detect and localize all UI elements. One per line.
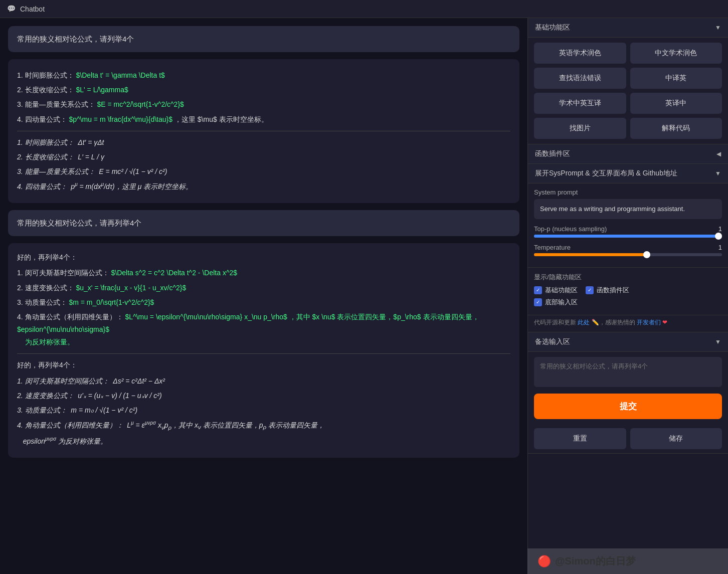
plugin-section-title: 函数插件区	[535, 149, 570, 158]
btn-zh-to-en[interactable]: 中译英	[630, 68, 722, 89]
alt-input-textarea[interactable]	[534, 357, 722, 387]
right-panel: 基础功能区 ▼ 英语学术润色 中文学术润色 查找语法错误 中译英 学术中英互译 …	[527, 18, 728, 574]
checkbox-basic[interactable]: ✓ 基础功能区	[534, 286, 578, 295]
top-p-track[interactable]	[534, 235, 722, 238]
temperature-fill	[534, 253, 647, 256]
watermark: 🔴 @Simon的白日梦	[527, 548, 728, 574]
top-bar-title: Chatbot	[20, 5, 45, 13]
system-prompt-label: System prompt	[534, 188, 722, 196]
watermark-text: @Simon的白日梦	[555, 554, 636, 568]
basic-section-title: 基础功能区	[535, 23, 570, 32]
temperature-track[interactable]	[534, 253, 722, 256]
source-text-before: 代码开源和更新	[534, 319, 576, 326]
top-p-label: Top-p (nucleus sampling)	[534, 225, 607, 233]
btn-find-image[interactable]: 找图片	[534, 118, 626, 139]
reset-button[interactable]: 重置	[534, 428, 626, 449]
alt-input-section: 备选输入区 ▼ 提交 重置 储存	[528, 332, 728, 454]
checkbox-plugin-box: ✓	[586, 286, 594, 294]
alt-input-title: 备选输入区	[535, 337, 570, 346]
checkbox-basic-box: ✓	[534, 286, 542, 294]
submit-button[interactable]: 提交	[534, 394, 722, 419]
temperature-thumb[interactable]	[643, 251, 650, 258]
sysprompt-section-header[interactable]: 展开SysPrompt & 交互界面布局 & Github地址 ▼	[528, 164, 728, 183]
chatbot-icon: 💬	[7, 5, 16, 14]
weibo-icon: 🔴	[537, 555, 551, 568]
btn-explain-code[interactable]: 解释代码	[630, 118, 722, 139]
source-text-after: ✏️，感谢热情的	[592, 319, 635, 326]
basic-section-header[interactable]: 基础功能区 ▼	[528, 18, 728, 38]
heart-icon: ❤	[662, 319, 667, 326]
top-p-fill	[534, 235, 722, 238]
visibility-title: 显示/隐藏功能区	[534, 273, 722, 282]
checkbox-bottom-input[interactable]: ✓ 底部输入区	[534, 298, 578, 307]
basic-functions-grid: 英语学术润色 中文学术润色 查找语法错误 中译英 学术中英互译 英译中 找图片 …	[528, 38, 728, 144]
source-link[interactable]: 此处	[578, 319, 590, 326]
btn-en-to-zh[interactable]: 英译中	[630, 93, 722, 114]
temperature-slider-group: Temperature 1	[534, 244, 722, 256]
plugin-section-header[interactable]: 函数插件区 ◀	[528, 144, 728, 164]
main-layout: 常用的狭义相对论公式，请列举4个 1. 时间膨胀公式： $\Delta t' =…	[0, 18, 728, 574]
btn-chinese-polish[interactable]: 中文学术润色	[630, 43, 722, 64]
user-message-1: 常用的狭义相对论公式，请列举4个	[8, 26, 519, 52]
btn-grammar-check[interactable]: 查找语法错误	[534, 68, 626, 89]
top-bar: 💬 Chatbot	[0, 0, 728, 18]
top-p-slider-group: Top-p (nucleus sampling) 1	[534, 225, 722, 238]
alt-input-arrow: ▼	[715, 338, 721, 345]
visibility-section: 显示/隐藏功能区 ✓ 基础功能区 ✓ 函数插件区 ✓ 底部输入区	[528, 268, 728, 315]
user-text-2: 常用的狭义相对论公式，请再列举4个	[17, 219, 141, 227]
basic-section-arrow: ▼	[715, 24, 721, 31]
sysprompt-section-title: 展开SysPrompt & 交互界面布局 & Github地址	[535, 169, 677, 178]
user-message-2: 常用的狭义相对论公式，请再列举4个	[8, 210, 519, 236]
top-p-value: 1	[718, 225, 722, 233]
system-prompt-value: Serve me as a writing and programming as…	[534, 199, 722, 219]
top-p-thumb[interactable]	[715, 233, 722, 240]
temperature-value: 1	[718, 244, 722, 251]
btn-english-polish[interactable]: 英语学术润色	[534, 43, 626, 64]
sysprompt-content: System prompt Serve me as a writing and …	[528, 183, 728, 268]
save-button[interactable]: 储存	[630, 428, 722, 449]
user-text-1: 常用的狭义相对论公式，请列举4个	[17, 35, 134, 43]
btn-academic-translate[interactable]: 学术中英互译	[534, 93, 626, 114]
plugin-section-arrow: ◀	[716, 150, 721, 157]
bottom-buttons: 重置 储存	[528, 424, 728, 453]
source-line: 代码开源和更新 此处 ✏️，感谢热情的 开发者们 ❤	[528, 315, 728, 332]
temperature-label: Temperature	[534, 244, 571, 251]
alt-input-header[interactable]: 备选输入区 ▼	[528, 332, 728, 352]
assistant-message-2: 好的，再列举4个： 1. 闵可夫斯基时空间隔公式： $\Delta s^2 = …	[8, 243, 519, 457]
checkbox-bottom-box: ✓	[534, 298, 542, 306]
chat-panel: 常用的狭义相对论公式，请列举4个 1. 时间膨胀公式： $\Delta t' =…	[0, 18, 527, 574]
sysprompt-arrow: ▼	[715, 170, 721, 177]
assistant-message-1: 1. 时间膨胀公式： $\Delta t' = \gamma \Delta t$…	[8, 59, 519, 203]
checkbox-plugin[interactable]: ✓ 函数插件区	[586, 286, 629, 295]
contributors-link[interactable]: 开发者们	[637, 319, 661, 326]
